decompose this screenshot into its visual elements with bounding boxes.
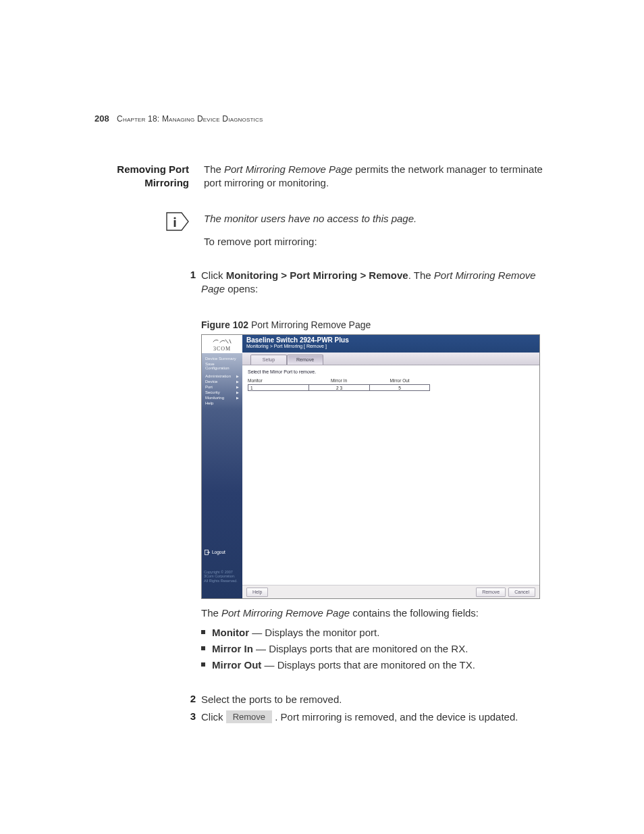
nav-monitoring[interactable]: Monitoring▶ bbox=[204, 395, 240, 400]
text: 3Com Corporation. bbox=[204, 574, 235, 578]
field-desc: — Displays ports that are monitored on t… bbox=[261, 659, 475, 671]
label: Device Summary bbox=[205, 357, 236, 361]
col-monitor: Monitor bbox=[248, 378, 308, 383]
nav-help[interactable]: Help bbox=[204, 400, 240, 406]
menu-path: Monitoring > Port Mirroring > Remove bbox=[226, 269, 408, 281]
field-label: Monitor bbox=[212, 627, 249, 638]
figure-title: Port Mirroring Remove Page bbox=[248, 319, 371, 330]
copyright-text: Copyright © 2007 3Com Corporation. All R… bbox=[204, 570, 240, 583]
label: Security bbox=[205, 390, 220, 394]
field-label: Mirror Out bbox=[212, 659, 261, 671]
text: contains the following fields: bbox=[350, 607, 479, 619]
label: Administration bbox=[205, 374, 231, 378]
label: Device bbox=[205, 380, 217, 384]
cancel-button[interactable]: Cancel bbox=[508, 588, 535, 597]
page-name-ital: Port Mirroring Remove Page bbox=[221, 607, 350, 619]
tab-remove[interactable]: Remove bbox=[287, 355, 323, 365]
device-title: Baseline Switch 2924-PWR Plus bbox=[246, 336, 535, 344]
field-desc: — Displays ports that are monitored on t… bbox=[253, 643, 468, 654]
step-2-text: Select the ports to be removed. bbox=[201, 693, 554, 706]
page-body: 208 Chapter 18: Managing Device Diagnost… bbox=[95, 113, 554, 724]
step-3-text: Click Remove . Port mirroring is removed… bbox=[201, 710, 554, 724]
figure-label: Figure 102 bbox=[201, 319, 248, 330]
svg-rect-2 bbox=[174, 220, 176, 227]
chevron-right-icon: ▶ bbox=[236, 385, 239, 389]
heading-line2: Mirroring bbox=[144, 177, 189, 188]
running-header: 208 Chapter 18: Managing Device Diagnost… bbox=[95, 113, 554, 124]
text: opens: bbox=[225, 283, 258, 294]
nav-security[interactable]: Security▶ bbox=[204, 390, 240, 395]
fig-main: Baseline Switch 2924-PWR Plus Monitoring… bbox=[242, 335, 539, 598]
cell-mirror-in: 2 3 bbox=[308, 384, 369, 391]
label: Port bbox=[205, 385, 213, 389]
nav-administration[interactable]: Administration▶ bbox=[204, 373, 240, 379]
nav-port[interactable]: Port▶ bbox=[204, 384, 240, 390]
page-name: Port Mirroring Remove Page bbox=[224, 163, 352, 175]
note-text: The monitor users have no access to this… bbox=[204, 212, 554, 226]
help-button[interactable]: Help bbox=[246, 588, 268, 597]
remove-button-inline: Remove bbox=[226, 710, 272, 724]
chapter-title: Managing Device Diagnostics bbox=[162, 114, 263, 124]
table-header: Monitor Mirror In Mirror Out bbox=[248, 378, 534, 383]
fig-titlebar: Baseline Switch 2924-PWR Plus Monitoring… bbox=[242, 335, 539, 353]
text: The bbox=[201, 607, 221, 619]
text: Click bbox=[201, 711, 226, 723]
to-remove-text: To remove port mirroring: bbox=[204, 235, 554, 249]
bullet-icon bbox=[201, 646, 205, 650]
fig-content: Select the Mirror Port to remove. Monito… bbox=[242, 365, 539, 599]
text: Click bbox=[201, 269, 226, 281]
list-item: Mirror Out — Displays ports that are mon… bbox=[201, 658, 554, 673]
logo-text: 3COM bbox=[213, 346, 231, 352]
field-label: Mirror In bbox=[212, 643, 253, 654]
bullet-icon bbox=[201, 662, 205, 667]
chevron-right-icon: ▶ bbox=[236, 390, 239, 394]
instruction-text: Select the Mirror Port to remove. bbox=[248, 369, 534, 374]
chevron-right-icon: ▶ bbox=[236, 374, 239, 378]
label: Monitoring bbox=[205, 396, 224, 400]
contains-fields-text: The Port Mirroring Remove Page contains … bbox=[201, 606, 554, 621]
nav-device[interactable]: Device▶ bbox=[204, 379, 240, 384]
tab-bar: Setup Remove bbox=[242, 353, 539, 365]
figure-screenshot: 3COM Device Summary Save Configuration A… bbox=[201, 334, 540, 599]
text: . The bbox=[408, 269, 434, 281]
text: Copyright © 2007 bbox=[204, 570, 233, 574]
cell-mirror-out: 5 bbox=[369, 384, 430, 391]
breadcrumb: Monitoring > Port Mirroring [ Remove ] bbox=[246, 344, 535, 348]
tab-setup[interactable]: Setup bbox=[250, 355, 287, 365]
page-number: 208 bbox=[95, 113, 109, 124]
section-heading: Removing Port Mirroring bbox=[95, 163, 189, 200]
table-row[interactable]: 1 2 3 5 bbox=[248, 384, 534, 391]
step-1-text: Click Monitoring > Port Mirroring > Remo… bbox=[201, 269, 554, 296]
chevron-right-icon: ▶ bbox=[236, 396, 239, 400]
logo-3com: 3COM bbox=[202, 335, 242, 353]
intro-paragraph: The Port Mirroring Remove Page permits t… bbox=[204, 163, 554, 190]
nav-save-config[interactable]: Save Configuration bbox=[204, 361, 240, 371]
list-item: Mirror In — Displays ports that are moni… bbox=[201, 642, 554, 656]
fig-sidebar: 3COM Device Summary Save Configuration A… bbox=[202, 335, 242, 598]
step-number-3: 3 bbox=[189, 710, 201, 724]
figure-caption: Figure 102 Port Mirroring Remove Page bbox=[201, 319, 554, 330]
nav-device-summary[interactable]: Device Summary bbox=[204, 356, 240, 361]
col-mirror-in: Mirror In bbox=[308, 378, 369, 383]
chevron-right-icon: ▶ bbox=[236, 380, 239, 384]
field-list: Monitor — Displays the monitor port. Mir… bbox=[201, 625, 554, 672]
text: The bbox=[204, 163, 224, 175]
cell-monitor: 1 bbox=[248, 384, 308, 391]
list-item: Monitor — Displays the monitor port. bbox=[201, 625, 554, 640]
step-number-2: 2 bbox=[189, 693, 201, 706]
logout-button[interactable]: Logout bbox=[205, 550, 225, 555]
chapter-label: Chapter 18: bbox=[117, 114, 162, 124]
heading-line1: Removing Port bbox=[117, 163, 189, 175]
label: Save Configuration bbox=[205, 362, 239, 370]
label: Help bbox=[205, 401, 213, 405]
field-desc: — Displays the monitor port. bbox=[249, 627, 379, 638]
svg-point-1 bbox=[173, 217, 176, 219]
text: . Port mirroring is removed, and the dev… bbox=[275, 711, 518, 723]
bullet-icon bbox=[201, 630, 205, 634]
logout-label: Logout bbox=[212, 550, 225, 554]
step-number-1: 1 bbox=[189, 269, 201, 296]
text: All Rights Reserved. bbox=[204, 579, 238, 583]
logout-icon bbox=[205, 550, 210, 555]
fig-footer: Help Remove Cancel bbox=[242, 585, 539, 599]
remove-button[interactable]: Remove bbox=[476, 588, 506, 597]
